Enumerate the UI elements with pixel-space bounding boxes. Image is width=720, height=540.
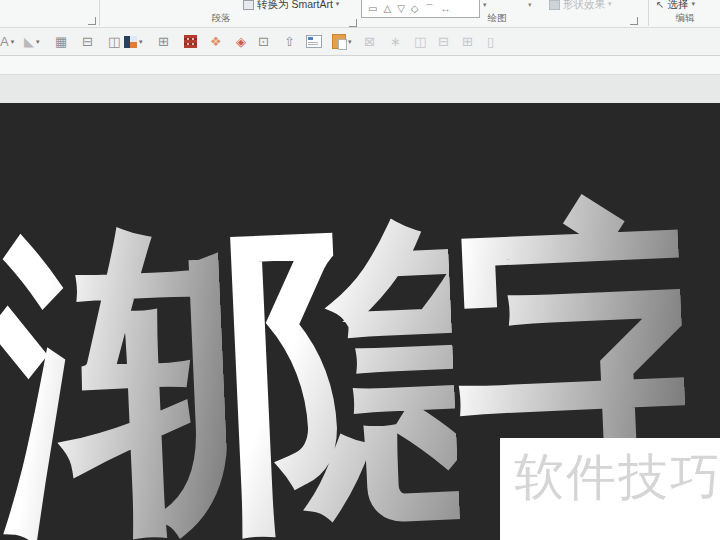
clear-formatting-icon[interactable]: ◣▾ [24,28,40,55]
gallery-shape-icon[interactable]: ◇ [411,2,419,16]
shape-effects-button[interactable]: 形状效果 ▾ [549,0,612,10]
slide[interactable]: 渐隐字 软件技巧 [0,103,720,540]
group-divider [648,0,649,26]
font-dialog-launcher-icon[interactable] [88,17,96,25]
export-up-icon[interactable]: ⇧ [284,28,295,55]
select-button[interactable]: ↖ 选择 ▾ [656,0,695,9]
align-objects-icon[interactable]: ◫ [108,28,120,55]
chevron-down-icon: ▾ [36,38,40,46]
watermark-text: 软件技巧 [514,450,720,505]
disabled-page-icon[interactable]: ▯ [487,28,494,55]
chevron-down-icon: ▾ [139,38,143,46]
print-icon[interactable]: ⊟ [82,28,93,55]
disabled-expand-icon[interactable]: ⊞ [462,28,473,55]
disabled-brush-icon[interactable]: ∗ [390,28,401,55]
move-split-icon[interactable]: ❖ [210,28,222,55]
chevron-down-icon: ▾ [336,0,340,8]
shape-effects-mini-icon [549,0,560,10]
editing-area-top-strip [0,56,720,74]
watermark-box: 软件技巧 [500,438,720,540]
quick-access-toolbar: A▾◣▾▦⊟◫▾⊞❖◈⊡⇧▾⊠∗◫⊟⊞▯ [0,28,720,56]
target-diamond-icon[interactable]: ◈ [236,28,246,55]
screenshot-icon[interactable]: ▦ [55,28,67,55]
select-label: 选择 [667,0,688,9]
slide-title-char: 隐 [216,190,461,540]
gallery-more-icon[interactable]: ▾ [483,1,487,9]
ribbon-bottom-strip: 转换为 SmartArt ▾ 段落 ▭△▽◇⌒↔ ▾ ▾ 形状效果 ▾ 绘图 ↖… [0,0,720,28]
gallery-shape-icon[interactable]: ↔ [441,2,451,16]
gallery-shape-icon[interactable]: ⌒ [425,2,435,16]
slide-canvas-background [0,74,720,104]
shapes-gallery[interactable]: ▭△▽◇⌒↔ [361,0,480,18]
gallery-shape-icon[interactable]: ▽ [397,2,405,16]
chevron-down-icon: ▾ [11,38,15,46]
arrange-dropdown-icon[interactable]: ▾ [528,1,532,9]
slide-title-char: 渐 [0,200,232,540]
paragraph-dialog-launcher-icon[interactable] [349,19,357,27]
group-label-drawing: 绘图 [475,12,519,25]
reuse-slides-icon[interactable]: ⊞ [158,28,169,55]
theme-colors-icon[interactable]: ▾ [124,28,143,55]
group-label-paragraph: 段落 [199,12,243,25]
disabled-rotate-icon[interactable]: ⊠ [364,28,375,55]
group-label-editing: 编辑 [663,12,707,25]
paste-options-icon[interactable]: ▾ [332,28,352,55]
chevron-down-icon: ▾ [691,0,695,8]
import-slide-icon[interactable]: ⊡ [258,28,269,55]
shape-effects-label: 形状效果 [563,0,605,9]
disabled-print-icon[interactable]: ⊟ [438,28,449,55]
group-divider [99,0,100,26]
select-pointer-icon: ↖ [656,0,664,9]
convert-smartart-button[interactable]: 转换为 SmartArt ▾ [243,0,339,10]
slide-layout-icon[interactable] [306,28,322,55]
drawing-dialog-launcher-icon[interactable] [630,17,638,25]
gallery-shape-icon[interactable]: △ [383,2,391,16]
chevron-down-icon: ▾ [348,38,352,46]
convert-smartart-label: 转换为 SmartArt [257,0,333,9]
gallery-shape-icon[interactable]: ▭ [368,2,377,16]
disabled-align-icon[interactable]: ◫ [414,28,426,55]
smartart-grid-icon[interactable] [184,28,197,55]
font-color-icon[interactable]: A▾ [0,28,14,55]
smartart-mini-icon [243,0,254,10]
chevron-down-icon: ▾ [608,0,612,8]
